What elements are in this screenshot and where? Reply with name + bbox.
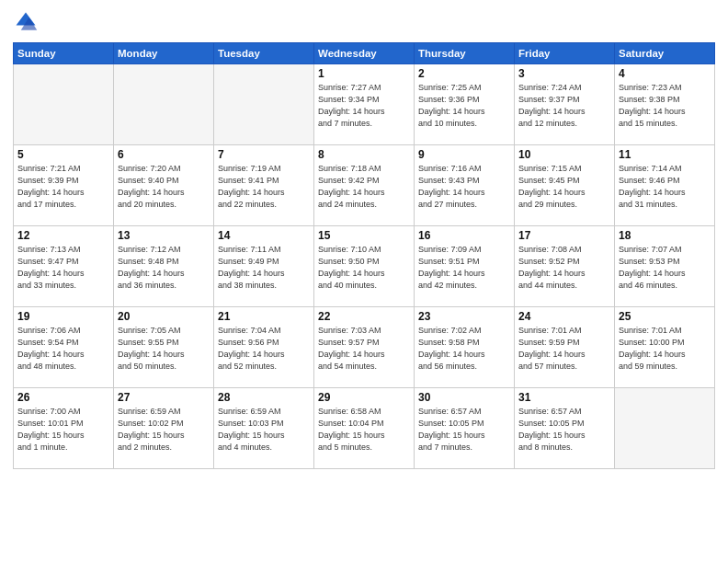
day-number: 10: [518, 148, 610, 161]
weekday-header-saturday: Saturday: [615, 43, 715, 64]
day-info: Sunrise: 7:00 AMSunset: 10:01 PMDaylight…: [17, 406, 109, 454]
day-info: Sunrise: 6:58 AMSunset: 10:04 PMDaylight…: [318, 406, 410, 454]
day-info: Sunrise: 7:06 AMSunset: 9:54 PMDaylight:…: [17, 325, 109, 373]
day-info: Sunrise: 7:13 AMSunset: 9:47 PMDaylight:…: [17, 244, 109, 292]
weekday-header-friday: Friday: [515, 43, 615, 64]
day-info: Sunrise: 7:02 AMSunset: 9:58 PMDaylight:…: [418, 325, 510, 373]
day-number: 21: [218, 310, 310, 323]
day-number: 28: [218, 391, 310, 404]
day-info: Sunrise: 7:03 AMSunset: 9:57 PMDaylight:…: [318, 325, 410, 373]
calendar-cell: 24Sunrise: 7:01 AMSunset: 9:59 PMDayligh…: [515, 307, 615, 388]
week-row-2: 5Sunrise: 7:21 AMSunset: 9:39 PMDaylight…: [14, 145, 715, 226]
day-number: 9: [418, 148, 510, 161]
day-number: 22: [318, 310, 410, 323]
calendar-cell: 26Sunrise: 7:00 AMSunset: 10:01 PMDaylig…: [14, 388, 114, 469]
day-number: 20: [118, 310, 210, 323]
calendar-cell: 28Sunrise: 6:59 AMSunset: 10:03 PMDaylig…: [214, 388, 314, 469]
day-info: Sunrise: 7:14 AMSunset: 9:46 PMDaylight:…: [619, 163, 711, 211]
calendar-cell: 13Sunrise: 7:12 AMSunset: 9:48 PMDayligh…: [114, 226, 214, 307]
day-number: 4: [619, 67, 711, 80]
calendar-cell: [615, 388, 715, 469]
day-info: Sunrise: 7:08 AMSunset: 9:52 PMDaylight:…: [518, 244, 610, 292]
day-info: Sunrise: 7:01 AMSunset: 9:59 PMDaylight:…: [518, 325, 610, 373]
calendar-cell: 16Sunrise: 7:09 AMSunset: 9:51 PMDayligh…: [415, 226, 515, 307]
day-info: Sunrise: 6:57 AMSunset: 10:05 PMDaylight…: [518, 406, 610, 454]
calendar-cell: 3Sunrise: 7:24 AMSunset: 9:37 PMDaylight…: [515, 64, 615, 145]
calendar-cell: 5Sunrise: 7:21 AMSunset: 9:39 PMDaylight…: [14, 145, 114, 226]
day-number: 25: [619, 310, 711, 323]
weekday-header-wednesday: Wednesday: [314, 43, 415, 64]
calendar-cell: [114, 64, 214, 145]
calendar-cell: 6Sunrise: 7:20 AMSunset: 9:40 PMDaylight…: [114, 145, 214, 226]
week-row-5: 26Sunrise: 7:00 AMSunset: 10:01 PMDaylig…: [14, 388, 715, 469]
day-number: 23: [418, 310, 510, 323]
day-number: 18: [619, 229, 711, 242]
day-number: 16: [418, 229, 510, 242]
weekday-header-monday: Monday: [114, 43, 214, 64]
calendar-cell: 12Sunrise: 7:13 AMSunset: 9:47 PMDayligh…: [14, 226, 114, 307]
calendar-cell: 1Sunrise: 7:27 AMSunset: 9:34 PMDaylight…: [314, 64, 415, 145]
day-number: 13: [118, 229, 210, 242]
day-number: 29: [318, 391, 410, 404]
calendar-cell: 4Sunrise: 7:23 AMSunset: 9:38 PMDaylight…: [615, 64, 715, 145]
day-info: Sunrise: 7:20 AMSunset: 9:40 PMDaylight:…: [118, 163, 210, 211]
day-info: Sunrise: 7:24 AMSunset: 9:37 PMDaylight:…: [518, 82, 610, 130]
week-row-1: 1Sunrise: 7:27 AMSunset: 9:34 PMDaylight…: [14, 64, 715, 145]
calendar-cell: 27Sunrise: 6:59 AMSunset: 10:02 PMDaylig…: [114, 388, 214, 469]
calendar-cell: [14, 64, 114, 145]
calendar-cell: [214, 64, 314, 145]
day-info: Sunrise: 7:11 AMSunset: 9:49 PMDaylight:…: [218, 244, 310, 292]
week-row-3: 12Sunrise: 7:13 AMSunset: 9:47 PMDayligh…: [14, 226, 715, 307]
day-info: Sunrise: 7:19 AMSunset: 9:41 PMDaylight:…: [218, 163, 310, 211]
day-number: 15: [318, 229, 410, 242]
calendar-cell: 20Sunrise: 7:05 AMSunset: 9:55 PMDayligh…: [114, 307, 214, 388]
calendar-cell: 9Sunrise: 7:16 AMSunset: 9:43 PMDaylight…: [415, 145, 515, 226]
day-number: 8: [318, 148, 410, 161]
day-number: 6: [118, 148, 210, 161]
day-info: Sunrise: 7:09 AMSunset: 9:51 PMDaylight:…: [418, 244, 510, 292]
day-number: 30: [418, 391, 510, 404]
calendar-cell: 10Sunrise: 7:15 AMSunset: 9:45 PMDayligh…: [515, 145, 615, 226]
day-number: 7: [218, 148, 310, 161]
header: [13, 9, 715, 35]
calendar-table: SundayMondayTuesdayWednesdayThursdayFrid…: [13, 42, 715, 469]
calendar-cell: 11Sunrise: 7:14 AMSunset: 9:46 PMDayligh…: [615, 145, 715, 226]
day-info: Sunrise: 7:04 AMSunset: 9:56 PMDaylight:…: [218, 325, 310, 373]
day-info: Sunrise: 7:16 AMSunset: 9:43 PMDaylight:…: [418, 163, 510, 211]
day-number: 2: [418, 67, 510, 80]
day-info: Sunrise: 7:01 AMSunset: 10:00 PMDaylight…: [619, 325, 711, 373]
day-info: Sunrise: 7:21 AMSunset: 9:39 PMDaylight:…: [17, 163, 109, 211]
day-info: Sunrise: 6:57 AMSunset: 10:05 PMDaylight…: [418, 406, 510, 454]
weekday-header-tuesday: Tuesday: [214, 43, 314, 64]
day-number: 1: [318, 67, 410, 80]
calendar-cell: 22Sunrise: 7:03 AMSunset: 9:57 PMDayligh…: [314, 307, 415, 388]
day-number: 3: [518, 67, 610, 80]
calendar-cell: 8Sunrise: 7:18 AMSunset: 9:42 PMDaylight…: [314, 145, 415, 226]
day-info: Sunrise: 7:12 AMSunset: 9:48 PMDaylight:…: [118, 244, 210, 292]
day-number: 24: [518, 310, 610, 323]
day-number: 17: [518, 229, 610, 242]
day-info: Sunrise: 7:10 AMSunset: 9:50 PMDaylight:…: [318, 244, 410, 292]
day-number: 12: [17, 229, 109, 242]
day-info: Sunrise: 7:05 AMSunset: 9:55 PMDaylight:…: [118, 325, 210, 373]
calendar-cell: 2Sunrise: 7:25 AMSunset: 9:36 PMDaylight…: [415, 64, 515, 145]
day-number: 27: [118, 391, 210, 404]
day-info: Sunrise: 7:23 AMSunset: 9:38 PMDaylight:…: [619, 82, 711, 130]
calendar-cell: 7Sunrise: 7:19 AMSunset: 9:41 PMDaylight…: [214, 145, 314, 226]
day-info: Sunrise: 7:07 AMSunset: 9:53 PMDaylight:…: [619, 244, 711, 292]
day-info: Sunrise: 6:59 AMSunset: 10:02 PMDaylight…: [118, 406, 210, 454]
calendar-cell: 15Sunrise: 7:10 AMSunset: 9:50 PMDayligh…: [314, 226, 415, 307]
calendar-cell: 19Sunrise: 7:06 AMSunset: 9:54 PMDayligh…: [14, 307, 114, 388]
day-number: 31: [518, 391, 610, 404]
weekday-header-row: SundayMondayTuesdayWednesdayThursdayFrid…: [14, 43, 715, 64]
calendar-cell: 21Sunrise: 7:04 AMSunset: 9:56 PMDayligh…: [214, 307, 314, 388]
day-number: 26: [17, 391, 109, 404]
day-info: Sunrise: 7:27 AMSunset: 9:34 PMDaylight:…: [318, 82, 410, 130]
weekday-header-thursday: Thursday: [415, 43, 515, 64]
day-info: Sunrise: 6:59 AMSunset: 10:03 PMDaylight…: [218, 406, 310, 454]
calendar-cell: 30Sunrise: 6:57 AMSunset: 10:05 PMDaylig…: [415, 388, 515, 469]
day-number: 19: [17, 310, 109, 323]
weekday-header-sunday: Sunday: [14, 43, 114, 64]
calendar-cell: 31Sunrise: 6:57 AMSunset: 10:05 PMDaylig…: [515, 388, 615, 469]
calendar-cell: 18Sunrise: 7:07 AMSunset: 9:53 PMDayligh…: [615, 226, 715, 307]
